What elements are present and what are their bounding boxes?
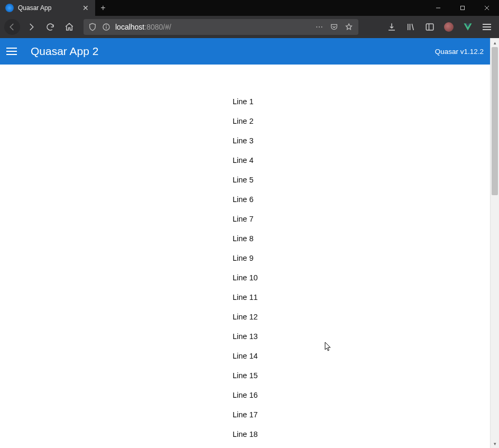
site-info-icon[interactable] (101, 22, 111, 32)
profile-avatar-icon[interactable] (441, 19, 457, 35)
list-item: Line 6 (233, 190, 258, 209)
app-version: Quasar v1.12.2 (435, 48, 484, 56)
scrollbar-thumb[interactable] (492, 47, 498, 195)
scroll-up-icon[interactable]: ▴ (491, 38, 499, 47)
list-item: Line 1 (233, 92, 258, 112)
list-item: Line 18 (233, 425, 258, 444)
close-tab-icon[interactable]: ✕ (81, 4, 90, 12)
list-item: Line 4 (233, 151, 258, 170)
tab-title: Quasar App (18, 4, 77, 12)
browser-viewport: Quasar App 2 Quasar v1.12.2 Line 1Line 2… (0, 38, 499, 448)
browser-tab[interactable]: Quasar App ✕ (0, 0, 95, 16)
titlebar-spacer (111, 0, 426, 16)
list-item: Line 10 (233, 268, 258, 288)
list-item: Line 5 (233, 170, 258, 190)
list-item: Line 2 (233, 112, 258, 131)
new-tab-button[interactable]: + (95, 0, 111, 16)
tab-favicon-icon (5, 4, 14, 12)
app-title: Quasar App 2 (31, 45, 98, 58)
list-item: Line 7 (233, 209, 258, 229)
back-button[interactable] (4, 19, 20, 35)
list-item: Line 14 (233, 346, 258, 366)
tracking-shield-icon[interactable] (88, 22, 97, 32)
list-item: Line 9 (233, 249, 258, 268)
url-path: :8080/#/ (144, 23, 171, 31)
cursor-icon (325, 342, 332, 352)
window-titlebar: Quasar App ✕ + (0, 0, 499, 16)
scroll-down-icon[interactable]: ▾ (491, 439, 499, 448)
list-item: Line 11 (233, 288, 258, 307)
app-menu-icon[interactable] (479, 19, 495, 35)
svg-rect-1 (461, 6, 465, 10)
list-item: Line 12 (233, 307, 258, 327)
list-item: Line 17 (233, 405, 258, 425)
page-body: Line 1Line 2Line 3Line 4Line 5Line 6Line… (0, 65, 490, 448)
list-item: Line 13 (233, 327, 258, 346)
close-window-icon[interactable] (475, 0, 499, 16)
drawer-toggle-button[interactable] (6, 43, 22, 59)
list-item: Line 3 (233, 131, 258, 151)
scrollbar-track[interactable] (491, 47, 499, 439)
vue-devtools-icon[interactable] (460, 19, 476, 35)
minimize-icon[interactable] (426, 0, 450, 16)
list-item: Line 16 (233, 386, 258, 405)
list-item: Line 15 (233, 366, 258, 386)
home-button[interactable] (61, 19, 77, 35)
window-controls (426, 0, 499, 16)
vertical-scrollbar[interactable]: ▴ ▾ (490, 38, 499, 448)
reload-button[interactable] (42, 19, 58, 35)
pocket-icon[interactable] (329, 23, 339, 31)
forward-button[interactable] (23, 19, 39, 35)
svg-point-6 (106, 25, 107, 26)
svg-rect-7 (426, 24, 433, 30)
page-actions-icon[interactable]: ⋯ (314, 23, 325, 31)
list-item: Line 19 (233, 444, 258, 448)
maximize-icon[interactable] (450, 0, 475, 16)
page-content: Quasar App 2 Quasar v1.12.2 Line 1Line 2… (0, 38, 490, 448)
list-item: Line 8 (233, 229, 258, 249)
downloads-icon[interactable] (384, 19, 400, 35)
library-icon[interactable] (403, 19, 419, 35)
url-host: localhost (115, 23, 144, 31)
url-text: localhost:8080/#/ (115, 23, 310, 31)
browser-toolbar: localhost:8080/#/ ⋯ (0, 16, 499, 38)
lines-list: Line 1Line 2Line 3Line 4Line 5Line 6Line… (233, 92, 258, 448)
bookmark-star-icon[interactable] (344, 23, 354, 31)
sidebar-toggle-icon[interactable] (422, 19, 438, 35)
url-bar[interactable]: localhost:8080/#/ ⋯ (84, 19, 358, 35)
app-header: Quasar App 2 Quasar v1.12.2 (0, 38, 490, 65)
